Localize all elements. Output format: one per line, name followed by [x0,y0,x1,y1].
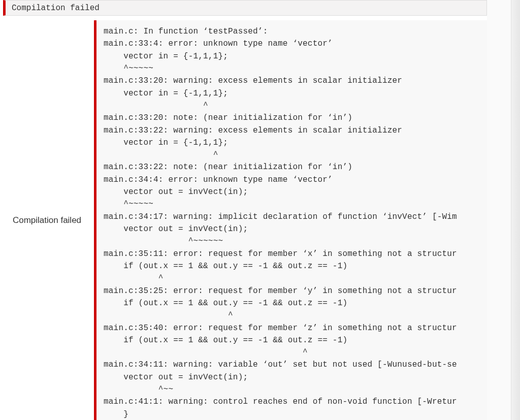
content-row: Compilation failed main.c: In function ‘… [0,20,487,420]
row-label-cell: Compilation failed [0,20,94,420]
error-header-bar: Compilation failed [3,0,487,16]
compiler-output-text: main.c: In function ‘testPassed’: main.c… [104,25,484,420]
compiler-output-cell: main.c: In function ‘testPassed’: main.c… [94,20,487,420]
margin-strip [487,0,511,420]
row-label-text: Compilation failed [13,215,81,225]
scrollbar-track[interactable] [511,0,520,420]
error-header-title: Compilation failed [12,4,100,13]
page-root: Compilation failed Compilation failed ma… [0,0,520,420]
